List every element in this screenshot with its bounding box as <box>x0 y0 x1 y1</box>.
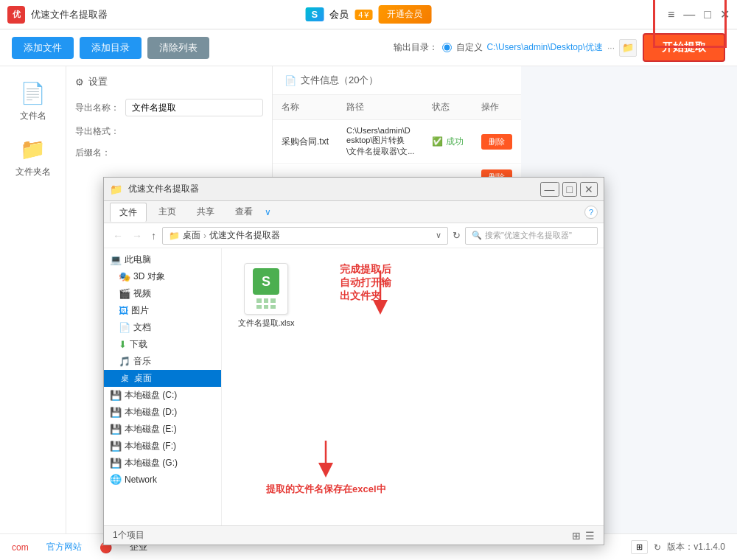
file-name-cell: 采购合同.txt <box>273 120 338 164</box>
vip-label: 会员 <box>329 8 349 21</box>
doc-icon: 📄 <box>284 75 296 86</box>
logo-text: 优 <box>13 9 21 20</box>
tab-file[interactable]: 文件 <box>110 203 147 222</box>
tree-item-network[interactable]: 🌐 Network <box>104 472 221 487</box>
details-view-button[interactable]: ☰ <box>585 530 595 542</box>
pc-icon: 💻 <box>110 254 122 265</box>
explorer-maximize-button[interactable]: □ <box>562 182 577 197</box>
image-icon: 🖼 <box>119 305 128 316</box>
window-controls: ≡ — □ ✕ <box>668 7 730 21</box>
minimize-button[interactable]: — <box>683 8 695 21</box>
exp-status-right: ⊞ ☰ <box>572 530 595 542</box>
export-name-input[interactable] <box>125 99 263 116</box>
annotation-1-group: 完成提取后自动打开输出文件夹 <box>340 263 391 315</box>
col-action: 操作 <box>472 95 521 120</box>
explorer-nav: ← → ↑ 📁 桌面 › 优速文件名提取器 ∨ ↻ 🔍 搜索"优速文件名提取器" <box>104 223 604 248</box>
close-button[interactable]: ✕ <box>720 7 730 21</box>
gear-icon: ⚙ <box>75 77 84 88</box>
drive-g-icon: 💾 <box>110 458 122 469</box>
clear-list-button[interactable]: 清除列表 <box>147 37 209 59</box>
tree-item-video[interactable]: 🎬 视频 <box>104 285 221 302</box>
export-name-row: 导出名称： <box>75 99 263 116</box>
tree-item-download[interactable]: ⬇ 下载 <box>104 336 221 353</box>
maximize-button[interactable]: □ <box>704 8 711 21</box>
tree-item-drive-d[interactable]: 💾 本地磁盘 (D:) <box>104 404 221 421</box>
address-dropdown-arrow[interactable]: ∨ <box>436 231 441 240</box>
tab-view[interactable]: 查看 <box>226 203 262 221</box>
explorer-title-icon: 📁 <box>110 183 122 195</box>
output-custom-radio[interactable] <box>442 43 452 52</box>
open-vip-button[interactable]: 开通会员 <box>378 5 431 24</box>
sidebar-item-foldername[interactable]: 📁 文件夹名 <box>15 137 51 178</box>
start-extract-button[interactable]: 开始提取 <box>643 33 725 62</box>
explorer-title-text: 优速文件名提取器 <box>128 183 537 195</box>
file-action-cell: 删除 <box>472 120 521 164</box>
menu-button[interactable]: ≡ <box>668 8 674 21</box>
tab-share[interactable]: 共享 <box>188 203 223 221</box>
xlsx-icon: S <box>244 263 288 315</box>
nav-up-button[interactable]: ↑ <box>148 228 159 243</box>
doc-icon: 📄 <box>119 322 130 333</box>
video-icon: 🎬 <box>119 288 130 299</box>
sidebar-item-filename[interactable]: 📄 文件名 <box>20 81 46 122</box>
3d-icon: 🎭 <box>119 271 130 282</box>
toolbar: 添加文件 添加目录 清除列表 输出目录： 自定义 C:\Users\admin\… <box>0 29 737 66</box>
refresh-button[interactable]: ↻ <box>451 228 462 242</box>
col-path: 路径 <box>338 95 423 120</box>
network-icon: 🌐 <box>110 474 122 485</box>
file-icon: 📄 <box>20 81 46 105</box>
tab-home[interactable]: 主页 <box>150 203 185 221</box>
export-format-label: 导出格式： <box>75 125 119 138</box>
app-title: 优速文件名提取器 <box>31 8 108 21</box>
tree-item-desktop[interactable]: 桌 桌面 <box>104 370 221 387</box>
delete-row-button[interactable]: 删除 <box>481 134 512 150</box>
tree-item-music[interactable]: 🎵 音乐 <box>104 353 221 370</box>
list-view-button[interactable]: ⊞ <box>572 530 581 542</box>
items-count: 1个项目 <box>113 529 144 542</box>
title-bar: 优 优速文件名提取器 S 会员 4 ¥ 开通会员 ≡ — □ ✕ <box>0 0 737 29</box>
official-site[interactable]: 官方网站 <box>46 541 82 553</box>
expand-button[interactable]: ∨ <box>265 207 271 217</box>
browse-folder-button[interactable]: 📁 <box>619 39 637 57</box>
suffix-label: 后缀名： <box>75 147 111 159</box>
start-button-container: 开始提取 <box>643 33 725 62</box>
explorer-statusbar: 1个项目 ⊞ ☰ <box>104 525 604 545</box>
file-item-xlsx[interactable]: S 文件名提取.xlsx <box>237 263 296 329</box>
desktop-icon: 桌 <box>119 372 131 385</box>
file-path-cell: C:\Users\admin\Desktop\图片转换\文件名提取器\文... <box>338 120 423 164</box>
tree-item-image[interactable]: 🖼 图片 <box>104 302 221 319</box>
address-bar[interactable]: 📁 桌面 › 优速文件名提取器 ∨ <box>162 227 448 245</box>
explorer-main: S 文件名提取.xlsx 完成提取后自动打开输出文件夹 <box>222 248 604 525</box>
tree-item-drive-g[interactable]: 💾 本地磁盘 (G:) <box>104 455 221 472</box>
tree-item-doc[interactable]: 📄 文档 <box>104 319 221 336</box>
tree-item-pc[interactable]: 💻 此电脑 <box>104 251 221 268</box>
sidebar: 📄 文件名 📁 文件夹名 <box>0 66 66 533</box>
nav-forward-button[interactable]: → <box>129 228 145 243</box>
refresh-icon: ↻ <box>654 542 661 553</box>
tree-item-drive-e[interactable]: 💾 本地磁盘 (E:) <box>104 421 221 438</box>
vip-count-badge: 4 ¥ <box>354 10 372 20</box>
tree-item-drive-c[interactable]: 💾 本地磁盘 (C:) <box>104 387 221 404</box>
explorer-minimize-button[interactable]: — <box>540 182 559 197</box>
add-folder-button[interactable]: 添加目录 <box>80 37 142 59</box>
output-section: 输出目录： 自定义 C:\Users\admin\Desktop\优速 ··· … <box>394 39 637 57</box>
output-label: 输出目录： <box>394 41 438 54</box>
nav-back-button[interactable]: ← <box>110 228 126 243</box>
file-info-title: 文件信息（20个） <box>301 74 378 87</box>
version-text: 版本：v1.1.4.0 <box>667 541 725 553</box>
annotation-1-text: 完成提取后自动打开输出文件夹 <box>340 263 391 303</box>
success-icon: ✅ <box>432 136 443 147</box>
explorer-close-button[interactable]: ✕ <box>580 182 598 197</box>
xlsx-file-name: 文件名提取.xlsx <box>238 318 295 329</box>
annotation-2-group: 提取的文件名保存在excel中 <box>266 441 386 496</box>
tree-item-3d[interactable]: 🎭 3D 对象 <box>104 268 221 285</box>
search-bar[interactable]: 🔍 搜索"优速文件名提取器" <box>465 227 598 245</box>
explorer-titlebar: 📁 优速文件名提取器 — □ ✕ <box>104 178 604 201</box>
tree-item-drive-f[interactable]: 💾 本地磁盘 (F:) <box>104 438 221 455</box>
grid-view-button[interactable]: ⊞ <box>631 540 648 554</box>
address-part-2: 优速文件名提取器 <box>209 229 280 242</box>
vip-count: 4 <box>358 10 363 19</box>
sidebar-label-foldername: 文件夹名 <box>15 166 51 178</box>
help-button[interactable]: ? <box>584 206 598 219</box>
add-file-button[interactable]: 添加文件 <box>12 37 74 59</box>
